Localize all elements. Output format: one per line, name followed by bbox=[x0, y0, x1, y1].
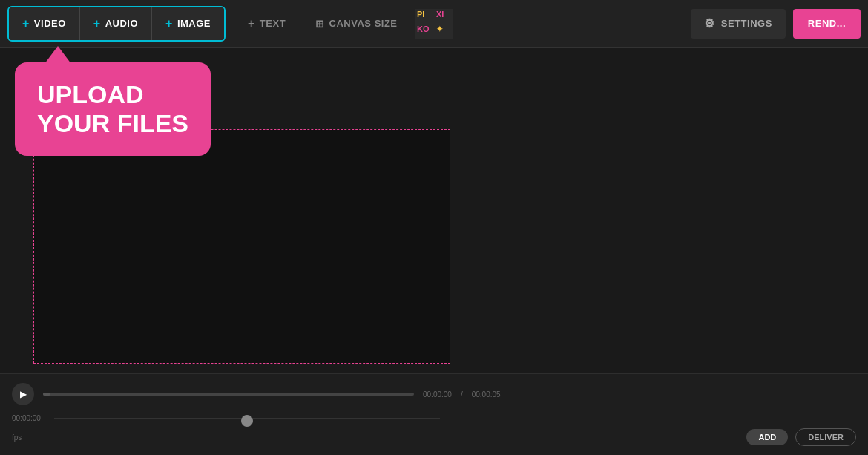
canvas-preview bbox=[33, 129, 450, 364]
logo-cell-4: ✦ bbox=[434, 24, 453, 39]
timeline-track[interactable] bbox=[54, 418, 440, 419]
deliver-label: DELIVER bbox=[808, 433, 844, 442]
image-label: IMAGE bbox=[177, 18, 211, 29]
upload-line1: UPLOAD bbox=[37, 80, 188, 109]
video-label: VIDEO bbox=[34, 18, 66, 29]
toolbar: + VIDEO + AUDIO + IMAGE + TEXT ⊞ CANVAS … bbox=[0, 0, 868, 48]
upload-card[interactable]: UPLOAD YOUR FILES bbox=[15, 62, 211, 156]
logo-cell-1: PI bbox=[415, 9, 434, 24]
timeline-time-left: 00:00:00 bbox=[12, 414, 41, 422]
total-time: 00:00:05 bbox=[472, 390, 501, 399]
plus-icon-image: + bbox=[165, 17, 173, 30]
timeline-row: 00:00:00 bbox=[0, 414, 868, 428]
playback-row: ▶ 00:00:00 / 00:00:05 bbox=[0, 374, 868, 414]
play-button[interactable]: ▶ bbox=[12, 383, 34, 405]
add-button[interactable]: ADD bbox=[746, 429, 788, 445]
add-text-button[interactable]: + TEXT bbox=[234, 7, 299, 40]
canvas-icon: ⊞ bbox=[315, 18, 325, 30]
deliver-button[interactable]: DELIVER bbox=[795, 428, 856, 446]
audio-label: AUDIO bbox=[105, 18, 138, 29]
progress-track[interactable] bbox=[43, 393, 414, 396]
plus-icon-video: + bbox=[22, 17, 30, 30]
upload-card-text: UPLOAD YOUR FILES bbox=[37, 80, 188, 138]
canvas-area: UPLOAD YOUR FILES ▶ 00:00:00 / 00:00:05 bbox=[0, 48, 868, 455]
plus-icon-audio: + bbox=[93, 17, 101, 30]
bottom-bar: ▶ 00:00:00 / 00:00:05 00:00:00 fps bbox=[0, 373, 868, 455]
progress-fill bbox=[43, 393, 50, 396]
controls-row: fps ADD DELIVER bbox=[0, 428, 868, 452]
current-time: 00:00:00 bbox=[423, 390, 452, 399]
canvas-size-button[interactable]: ⊞ CANVAS SIZE bbox=[302, 7, 410, 40]
plus-icon-text: + bbox=[248, 17, 255, 30]
media-buttons-group: + VIDEO + AUDIO + IMAGE bbox=[7, 6, 226, 42]
timeline-scrubber[interactable] bbox=[241, 415, 253, 427]
text-label: TEXT bbox=[260, 18, 286, 29]
add-label: ADD bbox=[758, 433, 776, 442]
gear-icon: ⚙ bbox=[704, 16, 715, 30]
fps-label: fps bbox=[12, 433, 22, 442]
logo: PI XI KO ✦ bbox=[415, 9, 453, 39]
add-audio-button[interactable]: + AUDIO bbox=[80, 7, 152, 40]
settings-label: SETTINGS bbox=[721, 18, 772, 29]
logo-cell-3: KO bbox=[415, 24, 434, 39]
render-label: REND... bbox=[808, 18, 846, 29]
main-area: UPLOAD YOUR FILES ▶ 00:00:00 / 00:00:05 bbox=[0, 48, 868, 455]
toolbar-right: ⚙ SETTINGS REND... bbox=[691, 9, 861, 39]
canvas-size-label: CANVAS SIZE bbox=[329, 18, 398, 29]
play-icon: ▶ bbox=[20, 389, 27, 399]
add-video-button[interactable]: + VIDEO bbox=[9, 7, 80, 40]
upload-line2: YOUR FILES bbox=[37, 109, 188, 138]
settings-button[interactable]: ⚙ SETTINGS bbox=[691, 9, 786, 39]
add-image-button[interactable]: + IMAGE bbox=[152, 7, 224, 40]
logo-cell-2: XI bbox=[434, 9, 453, 24]
render-button[interactable]: REND... bbox=[793, 9, 861, 39]
time-separator: / bbox=[461, 390, 463, 399]
